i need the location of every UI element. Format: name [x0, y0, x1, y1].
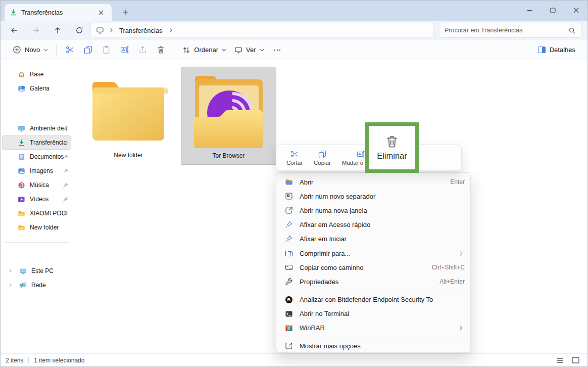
rename-icon[interactable]: [115, 42, 133, 58]
highlight-box-eliminar[interactable]: Eliminar: [365, 122, 419, 173]
delete-icon[interactable]: [152, 42, 170, 58]
copy-icon[interactable]: [79, 42, 97, 58]
folder-closed-icon: [88, 68, 168, 152]
sidebar-item-imagens[interactable]: Imagens: [2, 164, 71, 178]
new-button[interactable]: Novo: [9, 42, 52, 57]
chevron-right-icon[interactable]: [7, 283, 14, 288]
view-button[interactable]: Ver: [230, 43, 268, 57]
toolbar-divider: [56, 44, 57, 56]
toolbar-divider: [174, 44, 174, 56]
tab-title: Transferências: [21, 9, 91, 16]
chevron-right-icon: [106, 28, 116, 33]
details-view-icon[interactable]: [556, 357, 564, 363]
sort-icon: [182, 46, 190, 54]
pin-icon: [284, 221, 293, 228]
menu-item-mostrar-mais-opcoes[interactable]: Mostrar mais opções: [279, 339, 468, 353]
menu-item-propriedades[interactable]: Propriedades Alt+Enter: [279, 274, 468, 289]
chevron-right-icon[interactable]: [7, 268, 14, 273]
sidebar-item-documentos[interactable]: Documentos: [2, 150, 71, 164]
cut-button[interactable]: Cortar: [282, 148, 307, 168]
sort-button[interactable]: Ordenar: [178, 43, 230, 57]
command-toolbar: Novo Ordenar: [1, 40, 587, 60]
address-bar: Transferências: [1, 21, 587, 40]
tab-transferencias[interactable]: Transferências: [5, 4, 112, 21]
sidebar-item-base[interactable]: Base: [2, 67, 71, 81]
minimize-button[interactable]: [518, 1, 541, 20]
large-icons-view-icon[interactable]: [572, 357, 579, 363]
file-explorer-window: Transferências: [0, 0, 588, 367]
open-new-tab-icon: [284, 192, 293, 200]
close-button[interactable]: [564, 1, 587, 20]
forward-icon[interactable]: [30, 25, 41, 36]
file-name: New folder: [114, 152, 142, 164]
menu-item-copiar-caminho[interactable]: Copiar como caminho Ctrl+Shift+C: [279, 260, 468, 274]
menu-item-bitdefender[interactable]: B Analizar con Bitdefender Endpoint Secu…: [279, 293, 468, 307]
file-tile-tor-browser[interactable]: Tor Browser: [181, 67, 276, 165]
tab-bar: Transferências: [1, 1, 587, 21]
sidebar-item-este-pc[interactable]: Este PC: [2, 264, 71, 278]
copy-icon: [318, 150, 326, 158]
new-label: Novo: [25, 46, 40, 54]
chevron-down-icon: [43, 49, 48, 52]
new-tab-button[interactable]: [120, 7, 131, 18]
search-input[interactable]: [445, 27, 568, 34]
menu-item-winrar[interactable]: WinRAR: [279, 321, 468, 335]
pin-icon: [284, 235, 293, 243]
monitor-icon: [96, 26, 104, 34]
share-icon[interactable]: [133, 42, 152, 58]
menu-separator: [279, 291, 467, 291]
sidebar-item-musica[interactable]: Música: [2, 178, 71, 192]
menu-item-comprimir[interactable]: Comprimir para...: [279, 246, 468, 260]
menu-item-abrir-nova-janela[interactable]: Abrir numa nova janela: [279, 203, 468, 217]
window-controls: [518, 1, 587, 20]
details-button[interactable]: Detalhes: [533, 43, 579, 57]
folder-tor-icon: [188, 67, 270, 152]
breadcrumb[interactable]: Transferências: [90, 23, 434, 38]
sidebar-item-ambiente-de-trabalho[interactable]: Ambiente de tra: [2, 121, 71, 135]
pin-icon: [63, 126, 68, 131]
tab-close-icon[interactable]: [95, 7, 107, 18]
zip-folder-icon: [284, 249, 293, 257]
search-box: [439, 23, 581, 38]
folder-icon: [18, 224, 25, 232]
menu-item-afixar-acesso-rapido[interactable]: Afixar em Acesso rápido: [279, 218, 468, 232]
copy-button[interactable]: Copiar: [310, 148, 335, 168]
pictures-icon: [18, 167, 25, 175]
refresh-icon[interactable]: [74, 25, 85, 36]
folder-open-icon: [284, 178, 293, 186]
status-divider: [28, 357, 29, 363]
annotation-label: Eliminar: [377, 151, 407, 161]
pin-icon: [63, 211, 68, 216]
gallery-icon: [18, 85, 25, 93]
cut-icon[interactable]: [61, 42, 79, 58]
more-icon[interactable]: [268, 42, 286, 58]
sidebar-item-videos[interactable]: Vídeos: [2, 192, 71, 206]
maximize-button[interactable]: [541, 1, 564, 20]
sidebar-item-transferencias[interactable]: Transferências: [2, 135, 71, 150]
sidebar-item-rede[interactable]: Rede: [2, 278, 71, 292]
copy-path-icon: [284, 263, 293, 271]
folder-icon: [18, 210, 25, 217]
plus-circle-icon: [13, 45, 21, 54]
items-count: 2 itens: [6, 357, 23, 364]
sidebar-item-new-folder[interactable]: New folder: [2, 220, 71, 235]
sort-label: Ordenar: [194, 46, 218, 54]
menu-item-terminal[interactable]: Abrir no Terminal: [279, 307, 468, 321]
cut-icon: [290, 150, 299, 158]
up-icon[interactable]: [52, 25, 63, 36]
file-tile-new-folder[interactable]: New folder: [84, 68, 173, 164]
breadcrumb-segment[interactable]: Transferências: [118, 26, 164, 35]
menu-item-abrir-novo-separador[interactable]: Abrir num novo separador: [279, 189, 468, 203]
menu-item-abrir[interactable]: Abrir Enter: [279, 175, 468, 189]
submenu-chevron-icon: [459, 251, 463, 256]
sidebar-item-xiaomi-poco[interactable]: XIAOMI POCO F: [2, 206, 71, 220]
paste-icon[interactable]: [97, 42, 115, 58]
menu-item-afixar-iniciar[interactable]: Afixar em Iniciar: [279, 232, 468, 246]
download-icon: [10, 9, 17, 16]
back-icon[interactable]: [9, 25, 20, 36]
context-menu: Abrir Enter Abrir num novo separador Abr…: [276, 172, 471, 353]
sidebar-item-galeria[interactable]: Galeria: [2, 81, 71, 96]
home-icon: [18, 71, 25, 78]
pin-icon: [63, 154, 68, 160]
search-icon[interactable]: [568, 27, 576, 34]
